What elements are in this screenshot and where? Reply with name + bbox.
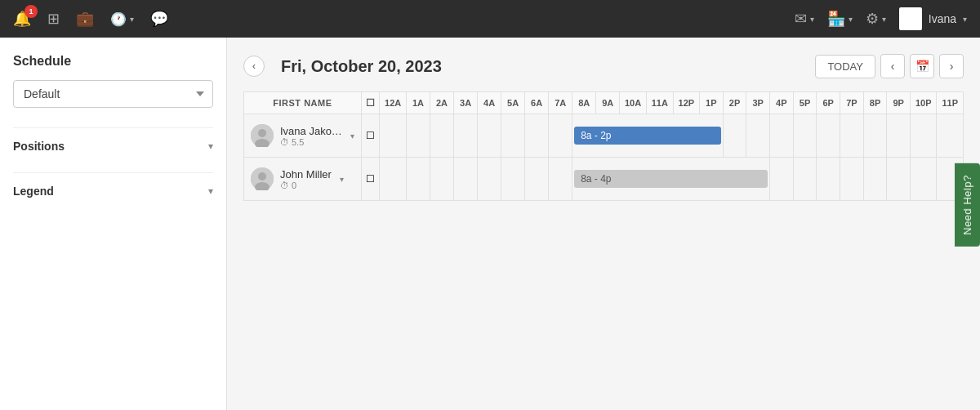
inbox-icon: ✉	[795, 10, 807, 28]
col-header-5p: 5P	[793, 92, 817, 114]
top-navigation: 🔔 1 ⊞ 💼 🕐 ▾ 💬 ✉ ▾ 🏪 ▾ ⚙ ▾ Ivana ▾	[0, 0, 980, 38]
time-cell-empty	[793, 158, 817, 201]
col-header-7p: 7P	[840, 92, 864, 114]
sidebar: Schedule Default Positions ▾ Legend ▾	[0, 38, 227, 410]
time-cell-empty	[911, 114, 937, 158]
time-cell-empty	[380, 114, 407, 158]
col-header-11a: 11A	[646, 92, 673, 114]
row-checkbox[interactable]: ☐	[366, 130, 375, 141]
col-header-12p: 12P	[673, 92, 699, 114]
time-cell-empty	[817, 114, 840, 158]
col-header-5a: 5A	[501, 92, 525, 114]
sidebar-title: Schedule	[13, 54, 213, 69]
col-header-10p: 10P	[911, 92, 937, 114]
col-header-check: ☐	[361, 92, 379, 114]
chat-icon[interactable]: 💬	[150, 10, 168, 28]
positions-chevron: ▾	[208, 140, 213, 152]
need-help-button[interactable]: Need Help?	[955, 163, 980, 247]
employee-check-cell[interactable]: ☐	[361, 114, 379, 158]
nav-left: 🔔 1 ⊞ 💼 🕐 ▾ 💬	[13, 10, 778, 28]
notification-badge: 1	[24, 5, 38, 18]
notification-icon[interactable]: 🔔 1	[13, 10, 31, 28]
row-checkbox[interactable]: ☐	[366, 173, 375, 185]
clock-small-icon: ⏱	[280, 137, 289, 147]
col-header-9p: 9P	[887, 92, 911, 114]
shift-cell-gray[interactable]: 8a - 4p	[572, 158, 770, 201]
table-row: John Miller ⏱0 ▾ ☐	[244, 158, 964, 201]
schedule-table: FIRST NAME ☐ 12A 1A 2A 3A 4A 5A 6A 7A 8A	[243, 91, 964, 201]
col-header-1p: 1P	[700, 92, 724, 114]
positions-section: Positions ▾	[13, 127, 213, 153]
store-icon-group[interactable]: 🏪 ▾	[827, 10, 853, 28]
date-nav-right: TODAY ‹ 📅 ›	[815, 54, 964, 78]
store-icon: 🏪	[827, 10, 845, 28]
col-header-11p: 11P	[937, 92, 964, 114]
legend-chevron: ▾	[208, 185, 213, 197]
employee-row-chevron[interactable]: ▾	[340, 175, 344, 184]
table-row: Ivana Jako… ⏱5.5 ▾ ☐	[244, 114, 964, 158]
legend-section: Legend ▾	[13, 172, 213, 198]
date-title: Fri, October 20, 2023	[281, 57, 442, 76]
time-cell-empty	[525, 114, 549, 158]
shift-block[interactable]: 8a - 2p	[574, 127, 720, 145]
back-circle-button[interactable]: ‹	[243, 56, 265, 77]
employee-row-chevron[interactable]: ▾	[350, 131, 354, 140]
main-content: ‹ Fri, October 20, 2023 TODAY ‹ 📅 › FIRS…	[227, 38, 980, 410]
clock-icon-group[interactable]: 🕐 ▾	[110, 11, 134, 27]
schedule-select[interactable]: Default	[13, 80, 213, 108]
time-cell-empty	[817, 158, 840, 201]
col-header-6p: 6P	[817, 92, 840, 114]
date-left: ‹ Fri, October 20, 2023	[243, 56, 442, 77]
employee-check-cell[interactable]: ☐	[361, 158, 379, 201]
briefcase-icon[interactable]: 💼	[76, 10, 94, 28]
employee-name-label: John Miller	[280, 168, 332, 180]
settings-icon-group[interactable]: ⚙ ▾	[866, 10, 886, 28]
calendar-button[interactable]: 📅	[910, 54, 934, 78]
legend-label: Legend	[13, 185, 54, 198]
today-button[interactable]: TODAY	[815, 55, 875, 78]
time-cell-empty	[793, 114, 817, 158]
positions-header[interactable]: Positions ▾	[13, 140, 213, 153]
col-header-8a: 8A	[572, 92, 596, 114]
time-cell-empty	[501, 158, 525, 201]
user-chevron: ▾	[963, 15, 967, 24]
nav-right: ✉ ▾ 🏪 ▾ ⚙ ▾ Ivana ▾	[795, 7, 967, 30]
col-header-12a: 12A	[380, 92, 407, 114]
svg-point-1	[258, 129, 266, 137]
user-menu[interactable]: Ivana ▾	[899, 7, 967, 30]
time-cell-empty	[840, 158, 864, 201]
col-header-7a: 7A	[549, 92, 572, 114]
shift-cell-blue[interactable]: 8a - 2p	[572, 114, 723, 158]
employee-name-label: Ivana Jako…	[280, 125, 342, 137]
user-name-label: Ivana	[929, 12, 956, 25]
col-header-3a: 3A	[454, 92, 478, 114]
clock-small-icon: ⏱	[280, 180, 289, 190]
col-header-6a: 6A	[525, 92, 549, 114]
time-cell-empty	[746, 114, 770, 158]
next-date-button[interactable]: ›	[939, 54, 964, 78]
date-header: ‹ Fri, October 20, 2023 TODAY ‹ 📅 ›	[243, 54, 964, 78]
user-avatar	[899, 7, 922, 30]
col-header-8p: 8P	[863, 92, 887, 114]
legend-header[interactable]: Legend ▾	[13, 185, 213, 198]
col-header-2p: 2P	[723, 92, 746, 114]
col-header-2a: 2A	[430, 92, 454, 114]
time-cell-empty	[406, 114, 430, 158]
time-cell-empty	[723, 114, 746, 158]
shift-block[interactable]: 8a - 4p	[574, 170, 768, 188]
time-cell-empty	[406, 158, 430, 201]
svg-point-4	[258, 172, 266, 180]
checkbox-all[interactable]: ☐	[366, 97, 375, 109]
time-cell-empty	[525, 158, 549, 201]
col-header-firstname: FIRST NAME	[244, 92, 362, 114]
employee-name-cell: John Miller ⏱0 ▾	[244, 158, 362, 201]
grid-icon[interactable]: ⊞	[47, 10, 60, 28]
clock-icon: 🕐	[110, 11, 127, 27]
inbox-icon-group[interactable]: ✉ ▾	[795, 10, 814, 28]
avatar	[251, 167, 274, 190]
time-cell-empty	[863, 158, 887, 201]
prev-date-button[interactable]: ‹	[880, 54, 905, 78]
col-header-4a: 4A	[478, 92, 501, 114]
employee-name-cell: Ivana Jako… ⏱5.5 ▾	[244, 114, 362, 158]
time-cell-empty	[430, 114, 454, 158]
